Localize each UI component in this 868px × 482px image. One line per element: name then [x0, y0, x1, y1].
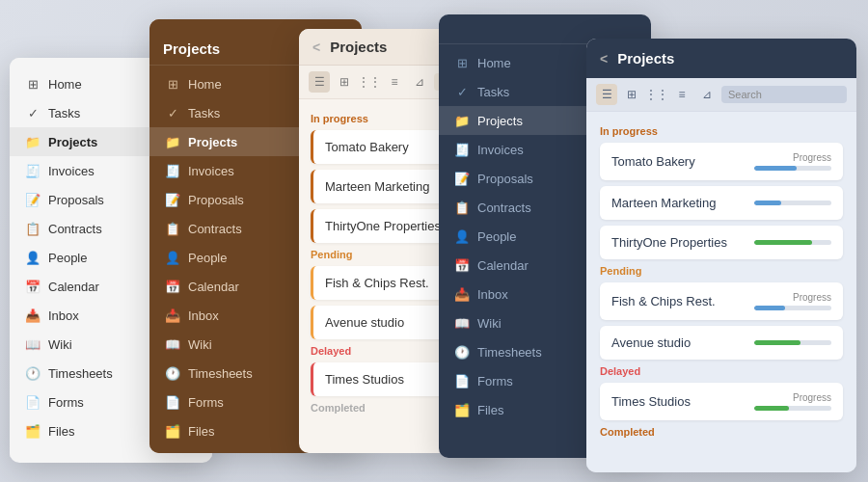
tasks-icon: ✓	[25, 105, 41, 120]
dark-files-label: Files	[477, 403, 503, 417]
dark-progress-col-label: Progress	[754, 152, 831, 163]
dark-timesheets-label: Timesheets	[477, 345, 542, 360]
sidebar-label-timesheets: Timesheets	[48, 366, 113, 381]
dark-filter-button[interactable]: ⊿	[696, 84, 718, 105]
dark-proj-progress-times: Progress	[754, 392, 831, 411]
invoices-icon-dark: 🧾	[454, 142, 470, 157]
people-icon-dark: 👤	[454, 228, 470, 244]
dark-proj-row-fish[interactable]: Fish & Chips Rest. Progress	[600, 282, 843, 320]
forms-icon: 📄	[25, 394, 41, 410]
inbox-icon-dark: 📥	[454, 286, 470, 302]
dark-proj-title: Projects	[617, 50, 674, 67]
brown-calendar-label: Calendar	[188, 280, 239, 294]
dark-progress-fill-thirtyone	[754, 240, 812, 245]
dark-completed-label: Completed	[600, 426, 843, 438]
grid-view-button[interactable]: ⊞	[334, 71, 355, 93]
dark-proj-toolbar: ☰ ⊞ ⋮⋮ ≡ ⊿ Search	[586, 78, 856, 112]
brown-wiki-label: Wiki	[188, 337, 212, 352]
dark-in-progress-label: In progress	[600, 125, 843, 137]
dark-proj-name-fish: Fish & Chips Rest.	[611, 294, 754, 308]
dark-progress-fill-times	[754, 406, 789, 411]
dark-progress-fill-avenue	[754, 340, 800, 345]
calendar-icon: 📅	[25, 279, 41, 294]
inbox-icon: 📥	[25, 308, 41, 323]
dark-delayed-label: Delayed	[600, 365, 843, 377]
brown-files-label: Files	[188, 424, 214, 439]
panel-dark-proj: < Projects ☰ ⊞ ⋮⋮ ≡ ⊿ Search In progress…	[586, 39, 856, 472]
sidebar-label-invoices: Invoices	[48, 164, 95, 178]
dark-proj-header: < Projects	[586, 39, 856, 78]
timesheets-icon-brown: 🕐	[165, 365, 180, 381]
dark-grid-view-button[interactable]: ⊞	[621, 84, 642, 105]
dark-proj-name-avenue: Avenue studio	[611, 335, 754, 350]
dark-proj-back-button[interactable]: <	[600, 51, 608, 67]
home-icon: ⊞	[25, 76, 41, 92]
dark-proj-row-avenue[interactable]: Avenue studio	[600, 326, 843, 360]
invoices-icon: 🧾	[25, 163, 41, 178]
dark-list-view-button[interactable]: ☰	[596, 84, 617, 105]
filter-button[interactable]: ⊿	[409, 71, 430, 93]
gantt-view-button[interactable]: ≡	[384, 71, 405, 93]
dark-progress-track-thirtyone	[754, 240, 831, 245]
dark-proposals-label: Proposals	[477, 172, 533, 186]
projects-icon-dark: 📁	[454, 113, 470, 128]
people-icon: 👤	[25, 250, 41, 265]
dark-progress-fill-tomato	[754, 166, 797, 171]
forms-icon-dark: 📄	[454, 373, 470, 388]
wiki-icon-dark: 📖	[454, 315, 470, 331]
sidebar-label-inbox: Inbox	[48, 308, 79, 323]
sidebar-label-people: People	[48, 251, 87, 265]
dark-tasks-label: Tasks	[477, 85, 509, 99]
dark-proj-name-marteen: Marteen Marketing	[611, 196, 754, 210]
brown-invoices-label: Invoices	[188, 164, 234, 178]
dark-proj-row-times[interactable]: Times Studios Progress	[600, 383, 843, 420]
people-icon-brown: 👤	[165, 250, 180, 265]
dark-progress-track-avenue	[754, 340, 831, 345]
dark-proj-name-thirtyone: ThirtyOne Properties	[611, 235, 754, 250]
proposals-icon-dark: 📝	[454, 171, 470, 186]
calendar-icon-brown: 📅	[165, 279, 180, 294]
wiki-icon: 📖	[25, 336, 41, 352]
wiki-icon-brown: 📖	[165, 336, 180, 352]
dark-progress-fill-marteen	[754, 201, 781, 205]
dark-calendar-label: Calendar	[477, 258, 529, 273]
dark-progress-col-label2: Progress	[754, 292, 831, 303]
dark-progress-track-marteen	[754, 201, 831, 205]
list-view-button[interactable]: ☰	[309, 71, 330, 93]
contracts-icon-dark: 📋	[454, 200, 470, 215]
dark-proj-progress-fish: Progress	[754, 292, 831, 310]
calendar-icon-dark: 📅	[454, 257, 470, 273]
projects-icon-brown: 📁	[165, 134, 180, 149]
files-icon: 🗂️	[25, 423, 41, 439]
dark-proj-progress-tomato: Progress	[754, 152, 831, 171]
dark-home-label: Home	[477, 56, 511, 70]
dark-proj-name-times: Times Studios	[611, 394, 754, 409]
files-icon-dark: 🗂️	[454, 402, 470, 417]
contracts-icon-brown: 📋	[165, 221, 180, 236]
timesheets-icon: 🕐	[25, 365, 41, 381]
contracts-icon: 📋	[25, 221, 41, 236]
dark-contracts-label: Contracts	[477, 201, 531, 215]
proposals-icon-brown: 📝	[165, 192, 180, 207]
brown-proposals-label: Proposals	[188, 193, 244, 207]
dark-progress-track-tomato	[754, 166, 831, 171]
dark-proj-progress-thirtyone	[754, 240, 831, 245]
sidebar-label-calendar: Calendar	[48, 280, 99, 294]
dark-board-view-button[interactable]: ⋮⋮	[646, 84, 667, 105]
dark-proj-row-marteen[interactable]: Marteen Marketing	[600, 186, 843, 220]
sidebar-label-home: Home	[48, 77, 82, 92]
sidebar-label-tasks: Tasks	[48, 106, 80, 120]
dark-pending-label: Pending	[600, 265, 843, 277]
tasks-icon-dark: ✓	[454, 84, 470, 99]
board-view-button[interactable]: ⋮⋮	[359, 71, 380, 93]
dark-gantt-view-button[interactable]: ≡	[671, 84, 692, 105]
cream-back-button[interactable]: <	[312, 40, 320, 55]
dark-proj-row-thirtyone[interactable]: ThirtyOne Properties	[600, 226, 843, 259]
sidebar-label-wiki: Wiki	[48, 337, 72, 352]
dark-progress-fill-fish	[754, 306, 785, 310]
dark-proj-row-tomato[interactable]: Tomato Bakery Progress	[600, 143, 843, 180]
files-icon-brown: 🗂️	[165, 423, 180, 439]
forms-icon-brown: 📄	[165, 394, 180, 410]
dark-proj-search[interactable]: Search	[721, 86, 847, 103]
dark-proj-progress-marteen	[754, 201, 831, 205]
